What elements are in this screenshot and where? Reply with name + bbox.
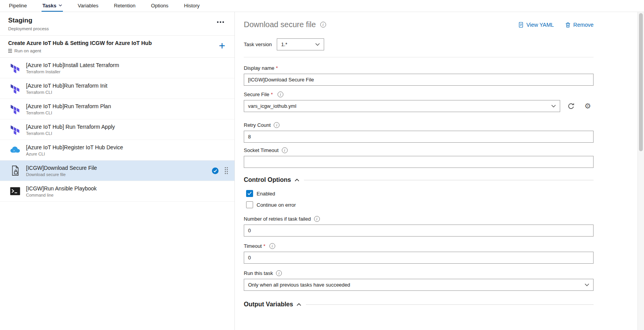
secure-file-icon [9, 165, 21, 176]
remove-label: Remove [573, 22, 594, 28]
continue-on-error-label: Continue on error [257, 202, 296, 208]
task-subtitle: Azure CLI [26, 152, 230, 156]
view-yaml-button[interactable]: View YAML [518, 22, 554, 28]
task-subtitle: Terraform Installer [26, 69, 230, 74]
info-icon[interactable] [276, 270, 282, 276]
agent-job-title: Create Azure IoT Hub & Setting ICGW for … [8, 40, 152, 46]
view-yaml-icon [518, 22, 524, 28]
continue-on-error-checkbox[interactable] [246, 201, 253, 208]
agent-icon [8, 49, 12, 53]
stage-name: Staging [8, 17, 49, 24]
task-subtitle: Command line [26, 193, 230, 197]
task-title: [Azure IoT Hub] Run Terraform Apply [26, 124, 230, 130]
terraform-icon [9, 124, 21, 135]
enabled-checkbox-row[interactable]: Enabled [244, 190, 594, 197]
svg-text:>_: >_ [13, 149, 17, 152]
control-options-heading: Control Options [244, 176, 291, 183]
add-task-button[interactable]: + [215, 40, 229, 53]
task-row-run-ansible-playbook[interactable]: [ICGW]Run Ansible Playbook Command line [0, 181, 234, 202]
task-version-select[interactable]: 1.* [277, 38, 324, 50]
run-this-task-select[interactable]: Only when all previous tasks have succee… [244, 279, 594, 291]
tab-options[interactable]: Options [150, 0, 169, 12]
remove-button[interactable]: Remove [565, 22, 594, 28]
tab-pipeline[interactable]: Pipeline [8, 0, 28, 12]
info-icon[interactable] [278, 92, 283, 97]
enabled-checkbox[interactable] [246, 190, 253, 197]
info-icon[interactable] [314, 216, 320, 222]
tab-history[interactable]: History [183, 0, 200, 12]
secure-file-value: vars_icgw_iothub.yml [248, 103, 296, 109]
stage-header: Staging Deployment process [0, 12, 234, 36]
gear-icon[interactable]: ⚙ [582, 100, 594, 112]
task-subtitle: Download secure file [26, 172, 212, 177]
display-name-label: Display name [244, 65, 274, 71]
output-variables-heading: Output Variables [244, 301, 293, 308]
retries-if-failed-label: Number of retries if task failed [244, 216, 311, 222]
task-row-terraform-plan[interactable]: [Azure IoT Hub]Run Terraform Plan Terraf… [0, 99, 234, 119]
task-row-terraform-init[interactable]: [Azure IoT Hub]Run Terraform Init Terraf… [0, 78, 234, 99]
control-options-section-toggle[interactable]: Control Options [244, 176, 594, 183]
info-icon[interactable] [320, 22, 326, 28]
agent-job-subtitle: Run on agent [14, 48, 41, 53]
task-version-value: 1.* [281, 41, 287, 47]
more-menu-icon[interactable] [217, 20, 224, 24]
section-rule [306, 304, 594, 305]
chevron-up-icon [295, 179, 299, 181]
run-this-task-label: Run this task [244, 270, 273, 276]
timeout-input[interactable] [244, 252, 594, 264]
drag-handle-icon[interactable] [223, 166, 230, 175]
tab-options-label: Options [151, 3, 168, 9]
vertical-scrollbar[interactable] [637, 12, 644, 330]
azure-cli-icon: >_ [9, 144, 21, 156]
task-title: [Azure IoT Hub]Install Latest Terraform [26, 62, 230, 68]
task-title: [Azure IoT Hub]Register IoT Hub Device [26, 144, 230, 150]
secure-file-label: Secure File [244, 92, 269, 97]
display-name-input[interactable] [244, 74, 594, 86]
tasks-sidebar: Staging Deployment process Create Azure … [0, 12, 235, 330]
tab-variables-label: Variables [78, 3, 98, 9]
section-divider [244, 57, 594, 57]
page-title: Download secure file [244, 20, 316, 29]
tab-retention-label: Retention [114, 3, 135, 9]
retries-if-failed-input[interactable] [244, 225, 594, 237]
refresh-icon[interactable] [565, 100, 577, 112]
secure-file-select[interactable]: vars_icgw_iothub.yml [244, 100, 560, 112]
agent-job-header[interactable]: Create Azure IoT Hub & Setting ICGW for … [0, 36, 234, 58]
task-title: [ICGW]Run Ansible Playbook [26, 185, 230, 192]
continue-on-error-checkbox-row[interactable]: Continue on error [244, 201, 594, 208]
scrollbar-thumb[interactable] [639, 13, 643, 151]
retry-count-input[interactable] [244, 131, 594, 143]
view-yaml-label: View YAML [526, 22, 554, 28]
chevron-down-icon [551, 105, 556, 107]
task-subtitle: Terraform CLI [26, 111, 230, 115]
pipeline-top-nav: Pipeline Tasks Variables Retention Optio… [0, 0, 644, 12]
enabled-label: Enabled [257, 191, 275, 197]
output-variables-section-toggle[interactable]: Output Variables [244, 301, 594, 308]
task-row-terraform-apply[interactable]: [Azure IoT Hub] Run Terraform Apply Terr… [0, 119, 234, 140]
required-asterisk: * [276, 65, 278, 71]
task-subtitle: Terraform CLI [26, 131, 230, 136]
chevron-up-icon [297, 303, 301, 306]
tab-pipeline-label: Pipeline [9, 3, 27, 9]
command-line-icon [9, 185, 21, 197]
info-icon[interactable] [269, 243, 275, 249]
socket-timeout-input[interactable] [244, 156, 594, 168]
retry-count-label: Retry Count [244, 122, 271, 128]
chevron-down-icon [585, 283, 589, 286]
info-icon[interactable] [274, 122, 279, 128]
stage-subtitle: Deployment process [8, 26, 49, 31]
terraform-icon [9, 83, 21, 94]
tab-variables[interactable]: Variables [77, 0, 99, 12]
trash-icon [565, 22, 571, 28]
task-row-register-iot-hub[interactable]: >_ [Azure IoT Hub]Register IoT Hub Devic… [0, 140, 234, 161]
tab-tasks-label: Tasks [42, 3, 56, 9]
tab-retention[interactable]: Retention [113, 0, 136, 12]
task-subtitle: Terraform CLI [26, 90, 230, 95]
run-this-task-value: Only when all previous tasks have succee… [248, 282, 350, 288]
chevron-down-icon [59, 4, 62, 7]
section-rule [304, 180, 594, 180]
task-row-install-terraform[interactable]: [Azure IoT Hub]Install Latest Terraform … [0, 58, 234, 78]
task-row-download-secure-file[interactable]: [ICGW]Download Secure File Download secu… [0, 161, 234, 181]
info-icon[interactable] [282, 147, 288, 153]
tab-tasks[interactable]: Tasks [42, 0, 63, 12]
